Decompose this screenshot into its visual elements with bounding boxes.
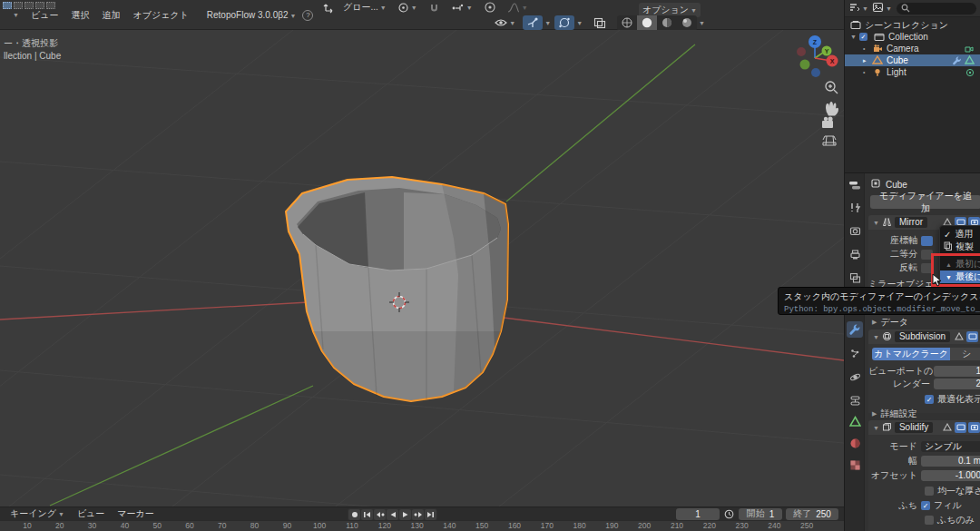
offset-field[interactable]: -1.000: [921, 470, 980, 481]
proportional-falloff-dropdown[interactable]: ▼: [504, 0, 532, 15]
subdivision-realtime-toggle[interactable]: [966, 331, 978, 342]
chevron-down-icon[interactable]: ▼: [544, 20, 551, 26]
ctx-duplicate[interactable]: 複製: [940, 241, 980, 253]
even-thickness-checkbox[interactable]: [925, 487, 934, 496]
gizmo-minus-x[interactable]: [797, 47, 806, 56]
xray-toggle[interactable]: [590, 15, 610, 30]
chevron-down-icon[interactable]: ▼: [699, 20, 705, 26]
play-reverse-button[interactable]: [387, 509, 398, 520]
camera-view-icon[interactable]: [822, 116, 833, 128]
chevron-down-icon[interactable]: ▼: [886, 5, 892, 12]
tab-tool[interactable]: [847, 199, 863, 215]
menu-view[interactable]: ビュー: [24, 8, 64, 23]
shading-solid-button[interactable]: [637, 15, 657, 31]
menu-retopoflow[interactable]: RetopoFlow 3.0.0β2▼: [201, 9, 303, 21]
editor-type-icon[interactable]: [847, 177, 863, 193]
mode-dropdown-chevron[interactable]: ▼: [13, 12, 19, 18]
timeline-view-menu[interactable]: ビュー: [71, 506, 111, 521]
solidify-realtime-toggle[interactable]: [955, 422, 966, 433]
shading-wireframe-button[interactable]: [617, 15, 637, 31]
end-frame-field[interactable]: 終了250: [786, 508, 838, 520]
record-button[interactable]: [348, 509, 360, 520]
zoom-tool-icon[interactable]: [826, 82, 838, 93]
current-frame-field[interactable]: 1: [676, 508, 720, 520]
menu-select[interactable]: 選択: [64, 8, 95, 23]
chevron-down-icon[interactable]: ▼: [862, 5, 868, 12]
outliner-camera[interactable]: • Camera: [845, 43, 980, 54]
subdivision-name-field[interactable]: Subdivision: [895, 331, 950, 342]
solidify-panel-header[interactable]: ▼ Solidify: [868, 420, 980, 435]
outliner-cube-selected[interactable]: ▸ Cube: [845, 54, 980, 66]
tab-physics[interactable]: [847, 369, 863, 385]
jump-to-start-button[interactable]: [361, 509, 373, 520]
gizmo-minus-z[interactable]: [811, 68, 820, 77]
fill-checkbox[interactable]: ✓: [921, 501, 930, 510]
optimal-display-checkbox[interactable]: ✓: [925, 395, 934, 404]
viewport-3d[interactable]: Z Y X ー・透視投影 llection | Cube: [0, 30, 844, 506]
tab-render[interactable]: [847, 222, 863, 239]
solidify-render-toggle[interactable]: [968, 422, 980, 433]
ortho-grid-icon[interactable]: [823, 136, 836, 145]
tab-view-layer[interactable]: [847, 270, 863, 286]
keying-menu[interactable]: キーイング▼: [4, 506, 71, 521]
simple-button[interactable]: シ: [950, 348, 980, 360]
timeline-ruler[interactable]: 1020304050607080901001101201301401501601…: [0, 520, 844, 531]
chevron-down-icon[interactable]: ▼: [576, 20, 583, 26]
collection-checkbox[interactable]: ✓: [859, 33, 867, 41]
menu-object[interactable]: オブジェクト: [126, 8, 194, 23]
pivot-point-dropdown[interactable]: ▼: [394, 0, 421, 15]
orientation-dropdown[interactable]: グロー...▼: [339, 0, 390, 15]
overlays-toggle[interactable]: [554, 15, 574, 30]
cube-mesh-object[interactable]: [286, 177, 508, 401]
play-button[interactable]: [399, 509, 411, 520]
levels-viewport-field[interactable]: 1: [934, 366, 980, 377]
marker-menu[interactable]: マーカー: [111, 506, 160, 521]
advanced-section-header[interactable]: ▶ 詳細設定: [870, 408, 916, 420]
start-frame-field[interactable]: 開始1: [739, 508, 782, 520]
menu-add[interactable]: 追加: [95, 8, 126, 23]
outliner-scene-collection[interactable]: シーンコレクション: [845, 19, 980, 31]
navigation-gizmo[interactable]: Z Y X: [797, 35, 838, 77]
tab-texture[interactable]: [847, 457, 863, 473]
proportional-editing-toggle[interactable]: [480, 0, 500, 15]
axis-x-toggle[interactable]: [921, 236, 933, 246]
subdivision-panel-header[interactable]: ▼ Subdivision: [868, 329, 980, 344]
ctx-apply[interactable]: ✓適用: [940, 228, 980, 241]
tab-modifiers-active[interactable]: [847, 321, 863, 338]
levels-render-field[interactable]: 2: [934, 379, 980, 389]
solidify-editmode-toggle[interactable]: [941, 422, 953, 433]
tab-output[interactable]: [847, 246, 863, 262]
outliner-collection[interactable]: ▼ ✓ Collection: [845, 31, 980, 43]
outliner-display-mode-icon[interactable]: [872, 2, 884, 15]
collapse-arrow-icon[interactable]: ▼: [850, 34, 859, 40]
jump-to-end-button[interactable]: [425, 509, 436, 520]
prev-keyframe-button[interactable]: [374, 509, 386, 520]
width-field[interactable]: 0.1 m: [921, 456, 980, 467]
add-modifier-button[interactable]: モディファイアーを追加: [870, 195, 980, 209]
tab-constraints[interactable]: [847, 392, 863, 408]
tab-object-data[interactable]: [847, 413, 863, 429]
show-object-types-dropdown[interactable]: ▼: [491, 15, 519, 30]
mirror-name-field[interactable]: Mirror: [895, 217, 927, 228]
catmull-clark-button[interactable]: カトマルクラーク: [872, 348, 950, 360]
subdivision-editmode-toggle[interactable]: [953, 331, 965, 342]
only-rim-checkbox[interactable]: [925, 516, 934, 525]
snap-target-dropdown[interactable]: ▼: [447, 0, 476, 15]
expand-arrow-icon[interactable]: ▼: [873, 425, 879, 431]
data-section-header[interactable]: ▶ データ: [870, 316, 908, 329]
snap-toggle[interactable]: [425, 0, 444, 15]
help-icon[interactable]: ?: [302, 10, 313, 21]
tab-particles[interactable]: [847, 345, 863, 361]
pan-hand-icon[interactable]: [826, 102, 838, 116]
tab-material[interactable]: [847, 435, 863, 451]
shading-material-button[interactable]: [657, 15, 677, 31]
transform-orientation-icon[interactable]: [323, 1, 336, 14]
expand-arrow-icon[interactable]: ▼: [873, 334, 879, 340]
next-keyframe-button[interactable]: [412, 509, 424, 520]
solidify-name-field[interactable]: Solidify: [895, 422, 933, 433]
expand-arrow-icon[interactable]: ▼: [873, 220, 879, 226]
shading-rendered-button[interactable]: [677, 15, 697, 31]
outliner-filter-icon[interactable]: [848, 2, 860, 15]
outliner-search-input[interactable]: [897, 3, 976, 15]
mode-dropdown[interactable]: シンプル: [921, 441, 980, 452]
